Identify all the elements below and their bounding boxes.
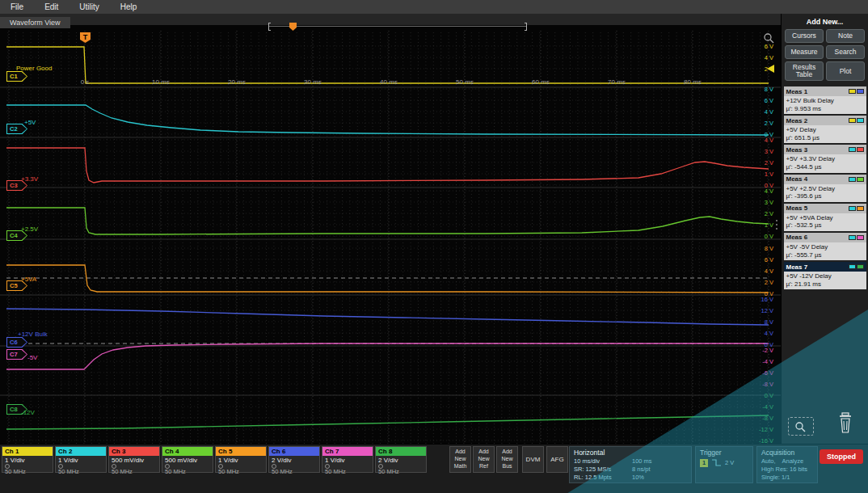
voltage-axis-label: 4 V bbox=[731, 330, 773, 337]
acquisition-mode2: Analyze bbox=[782, 457, 804, 466]
measurement-badge-5[interactable]: Meas 5+5V +5VA Delayµ′: -532.5 µs bbox=[784, 204, 866, 231]
horizontal-record-length: RL: 12.5 Mpts bbox=[574, 474, 632, 482]
measurement-list: Meas 1+12V Bulk Delayµ′: 9.953 msMeas 2+… bbox=[782, 86, 868, 289]
measurement-badge-7[interactable]: Meas 7+5V -12V Delayµ′: 21.91 ms bbox=[784, 262, 866, 289]
channel-badge-ch-5[interactable]: Ch 51 V/div50 MHz bbox=[215, 446, 267, 473]
measurement-header: Meas 7 bbox=[784, 262, 866, 272]
measurement-name: Meas 4 bbox=[786, 175, 808, 183]
run-status-badge[interactable]: Stopped bbox=[820, 449, 863, 464]
trash-icon[interactable] bbox=[839, 412, 858, 437]
measurement-badge-3[interactable]: Meas 3+5V +3.3V Delayµ′: -544.5 µs bbox=[784, 145, 866, 172]
add-button-line: Math bbox=[450, 463, 470, 470]
add-button-line: New bbox=[474, 456, 494, 463]
horizontal-panel[interactable]: Horizontal 10 ms/div100 ms SR: 125 MS/s8… bbox=[569, 446, 692, 483]
measurement-badge-2[interactable]: Meas 2+5V Delayµ′: 651.5 µs bbox=[784, 116, 866, 143]
source-swatch bbox=[849, 177, 856, 182]
add-new-plot-button[interactable]: Plot bbox=[826, 61, 865, 81]
measurement-value: µ′: -544.5 µs bbox=[786, 163, 864, 171]
horizontal-sample-interval: 8 ns/pt bbox=[632, 466, 651, 474]
acquisition-mode: Auto, bbox=[761, 457, 776, 466]
falling-edge-icon bbox=[711, 458, 722, 467]
channel-badge-ch-7[interactable]: Ch 71 V/div50 MHz bbox=[322, 446, 373, 473]
channel-badge-name: Ch 8 bbox=[376, 447, 426, 456]
results-sidebar: Add New... CursorsNoteMeasureSearchResul… bbox=[781, 14, 868, 444]
add-new-bus-button[interactable]: AddNewBus bbox=[496, 446, 518, 473]
channel-badge-ch-6[interactable]: Ch 62 V/div50 MHz bbox=[268, 446, 320, 473]
channel-badge-ch-2[interactable]: Ch 21 V/div50 MHz bbox=[55, 446, 107, 473]
measurement-source-swatches bbox=[849, 118, 864, 123]
horizontal-title: Horizontal bbox=[574, 449, 687, 457]
channel-vdiv: 2 V/div bbox=[269, 456, 319, 464]
voltage-axis-label: 8 V bbox=[731, 318, 773, 326]
menu-help[interactable]: Help bbox=[110, 2, 148, 11]
channel-badge-name: Ch 5 bbox=[216, 447, 266, 456]
measurement-badge-1[interactable]: Meas 1+12V Bulk Delayµ′: 9.953 ms bbox=[784, 86, 866, 114]
measurement-source-swatches bbox=[849, 206, 864, 211]
channel-bandwidth: 50 MHz bbox=[322, 469, 373, 475]
add-button-line: New bbox=[497, 456, 517, 463]
channel-vdiv: 1 V/div bbox=[216, 456, 266, 464]
acquisition-panel[interactable]: Acquisition Auto,Analyze High Res: 16 bi… bbox=[756, 446, 818, 483]
measurement-value: µ′: -532.5 µs bbox=[786, 221, 864, 230]
horizontal-scale: 10 ms/div bbox=[574, 457, 632, 466]
voltage-axis-label: -16 V bbox=[731, 437, 773, 445]
voltage-axis-label: 6 V bbox=[731, 43, 773, 50]
menu-file[interactable]: File bbox=[0, 2, 34, 11]
panel-resize-grip[interactable] bbox=[776, 220, 777, 230]
measurement-name: Meas 5 bbox=[786, 204, 808, 212]
time-label: 10 ms bbox=[152, 78, 170, 86]
channel-badge-name: Ch 1 bbox=[2, 447, 53, 456]
add-new-ref-button[interactable]: AddNewRef bbox=[473, 446, 495, 473]
voltage-axis-label: 3 V bbox=[731, 148, 773, 155]
channel-vdiv: 1 V/div bbox=[56, 456, 106, 464]
tab-waveform-view[interactable]: Waveform View bbox=[0, 17, 70, 28]
add-new-measure-button[interactable]: Measure bbox=[785, 45, 824, 59]
measurement-name: Meas 1 bbox=[786, 88, 808, 95]
add-new-results-table-button[interactable]: Results Table bbox=[785, 61, 824, 81]
measurement-label: +5V +2.5V Delay bbox=[786, 185, 864, 193]
channel-badge-name: Ch 7 bbox=[322, 447, 373, 456]
add-new-note-button[interactable]: Note bbox=[826, 29, 865, 43]
source-swatch bbox=[849, 235, 856, 240]
add-new-cursors-button[interactable]: Cursors bbox=[785, 29, 824, 43]
channel-badge-ch-1[interactable]: Ch 11 V/div50 MHz bbox=[2, 446, 53, 473]
channel-bandwidth: 50 MHz bbox=[269, 469, 319, 475]
add-new-search-button[interactable]: Search bbox=[826, 45, 865, 59]
zoom-mode-button[interactable] bbox=[788, 417, 814, 436]
channel-bandwidth: 50 MHz bbox=[216, 469, 266, 475]
afg-button[interactable]: AFG bbox=[546, 446, 568, 473]
waveform-display[interactable] bbox=[0, 25, 781, 444]
record-view-right-bracket bbox=[525, 23, 527, 31]
channel-bandwidth: 50 MHz bbox=[109, 469, 159, 475]
voltage-axis-label: -4 V bbox=[731, 403, 773, 411]
trigger-panel[interactable]: Trigger 1 2 V bbox=[695, 446, 753, 483]
measurement-badge-4[interactable]: Meas 4+5V +2.5V Delayµ′: -395.6 µs bbox=[784, 175, 866, 202]
add-new-math-button[interactable]: AddNewMath bbox=[449, 446, 471, 473]
channel-label-12v-bulk: +12V Bulk bbox=[18, 331, 48, 338]
voltage-axis-label: 4 V bbox=[731, 54, 773, 61]
channel-badge-ch-3[interactable]: Ch 3500 mV/div50 MHz bbox=[108, 446, 160, 473]
channel-flag-id: C2 bbox=[6, 125, 18, 133]
record-view-strip[interactable] bbox=[268, 23, 527, 31]
trigger-level: 2 V bbox=[725, 459, 734, 467]
add-button-line: Bus bbox=[497, 463, 517, 470]
source-swatch bbox=[857, 235, 864, 240]
menu-edit[interactable]: Edit bbox=[34, 2, 69, 11]
channel-bandwidth: 50 MHz bbox=[162, 469, 213, 475]
menu-utility[interactable]: Utility bbox=[69, 2, 109, 11]
channel-badge-name: Ch 4 bbox=[162, 447, 213, 456]
record-view-left-bracket bbox=[268, 23, 271, 31]
channel-badge-ch-4[interactable]: Ch 4500 mV/div50 MHz bbox=[162, 446, 213, 473]
channel-badge-ch-8[interactable]: Ch 82 V/div50 MHz bbox=[375, 446, 427, 473]
channel-bandwidth: 50 MHz bbox=[56, 469, 106, 475]
dvm-button[interactable]: DVM bbox=[522, 446, 544, 473]
source-swatch bbox=[849, 206, 856, 211]
voltage-axis-label: 4 V bbox=[731, 188, 773, 195]
measurement-name: Meas 2 bbox=[786, 117, 808, 124]
measurement-label: +5V +3.3V Delay bbox=[786, 155, 864, 163]
voltage-axis-label: 16 V bbox=[731, 296, 773, 303]
add-button-line: Add bbox=[497, 449, 517, 456]
time-label: 80 ms bbox=[684, 78, 702, 86]
channel-flag-id: C7 bbox=[6, 351, 18, 358]
measurement-badge-6[interactable]: Meas 6+5V -5V Delayµ′: -555.7 µs bbox=[784, 233, 866, 260]
